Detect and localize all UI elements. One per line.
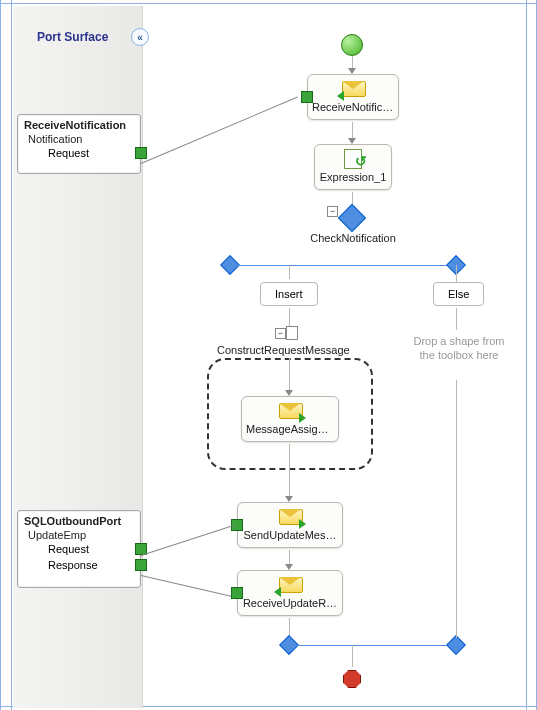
port-receive-notification[interactable]: ReceiveNotification Notification Request xyxy=(17,114,141,174)
port-connector-icon[interactable] xyxy=(135,559,147,571)
mail-receive-icon xyxy=(339,79,367,99)
shape-label: ReceiveNotificati… xyxy=(308,101,398,119)
guide-vertical-right xyxy=(526,0,527,710)
shape-receive-update[interactable]: ReceiveUpdateR… xyxy=(237,570,343,616)
collapse-toggle[interactable]: − xyxy=(275,328,286,339)
port-operation: UpdateEmp xyxy=(18,529,140,543)
expression-icon: ↺ xyxy=(339,149,367,169)
shape-label: MessageAssign… xyxy=(242,423,338,441)
collapse-toggle[interactable]: − xyxy=(327,206,338,217)
connector xyxy=(456,380,457,638)
decision-label: CheckNotification xyxy=(307,232,399,244)
guide-horizontal-top xyxy=(1,3,536,4)
shape-connector-left-icon[interactable] xyxy=(301,91,313,103)
port-message-label: Request xyxy=(48,147,131,159)
shape-send-update[interactable]: SendUpdateMes… xyxy=(237,502,343,548)
port-name: ReceiveNotification xyxy=(18,115,140,133)
drop-shape-hint: Drop a shape from the toolbox here xyxy=(411,334,507,362)
construct-label: ConstructRequestMessage xyxy=(217,344,350,356)
port-surface-collapse-button[interactable]: « xyxy=(131,28,149,46)
port-surface-panel: Port Surface « xyxy=(13,6,143,708)
branch-bar xyxy=(237,265,457,266)
port-connector-icon[interactable] xyxy=(135,147,147,159)
decision-icon[interactable] xyxy=(338,204,366,232)
port-message-response[interactable]: Response xyxy=(18,559,140,575)
shape-label: ReceiveUpdateR… xyxy=(238,597,342,615)
port-surface-title: Port Surface xyxy=(37,30,108,44)
port-name: SQLOutboundPort xyxy=(18,511,140,529)
port-link-line xyxy=(141,575,237,598)
port-message-label: Request xyxy=(48,543,131,555)
shape-message-assign[interactable]: MessageAssign… xyxy=(241,396,339,442)
connector xyxy=(289,358,290,392)
merge-bar xyxy=(297,645,457,646)
shape-expression-1[interactable]: ↺ Expression_1 xyxy=(314,144,392,190)
shape-label: SendUpdateMes… xyxy=(238,529,342,547)
branch-insert[interactable]: Insert xyxy=(260,282,318,306)
shape-receive-notification[interactable]: ReceiveNotificati… xyxy=(307,74,399,120)
mail-receive-icon xyxy=(276,575,304,595)
branch-else[interactable]: Else xyxy=(433,282,484,306)
connector xyxy=(289,308,290,326)
port-link-line xyxy=(141,97,298,164)
port-message-request[interactable]: Request xyxy=(18,147,140,163)
start-icon xyxy=(341,34,363,56)
port-operation: Notification xyxy=(18,133,140,147)
merge-diamond-icon xyxy=(279,635,299,655)
merge-diamond-icon xyxy=(446,635,466,655)
guide-vertical-left xyxy=(11,0,12,710)
port-message-request[interactable]: Request xyxy=(18,543,140,559)
shape-connector-left-icon[interactable] xyxy=(231,587,243,599)
connector xyxy=(352,645,353,667)
connector xyxy=(289,444,290,498)
port-sql-outbound[interactable]: SQLOutboundPort UpdateEmp Request Respon… xyxy=(17,510,141,588)
shape-label: Expression_1 xyxy=(315,171,391,189)
stop-icon xyxy=(343,670,361,688)
port-link-line xyxy=(141,525,235,556)
connector xyxy=(456,265,457,283)
construct-glyph-icon xyxy=(286,326,298,340)
mail-send-icon xyxy=(276,507,304,527)
connector xyxy=(289,265,290,279)
connector xyxy=(456,308,457,330)
port-message-label: Response xyxy=(48,559,131,571)
mail-assign-icon xyxy=(276,401,304,421)
